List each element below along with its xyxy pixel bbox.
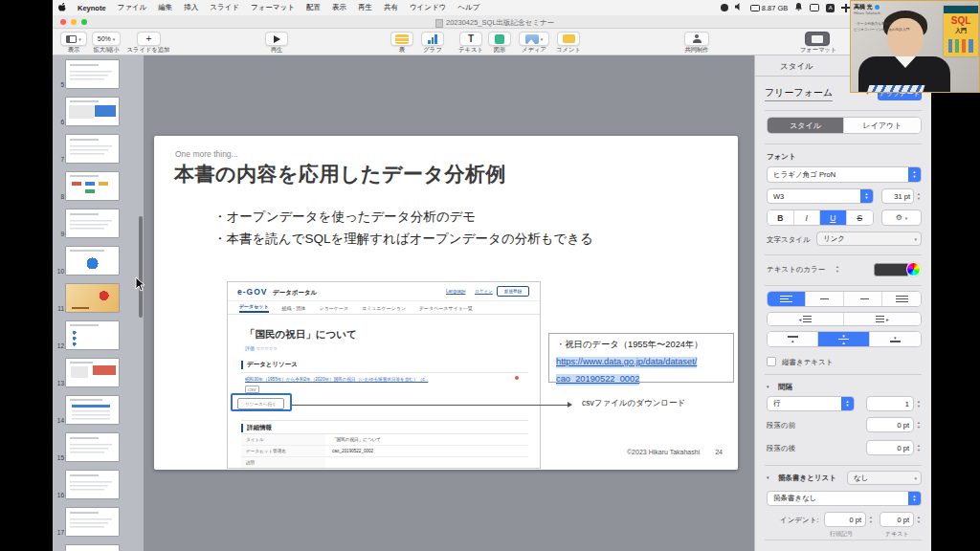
slide-thumbnail[interactable]: 6: [65, 97, 120, 126]
insert-media-button[interactable]: ▾: [519, 32, 549, 46]
tab-style[interactable]: スタイル: [780, 61, 813, 73]
stepper-icon[interactable]: [915, 188, 923, 204]
slide-thumbnail[interactable]: 10: [65, 246, 120, 276]
stepper-icon[interactable]: [860, 189, 873, 203]
app-status-icon[interactable]: [721, 4, 728, 11]
menu-item-share[interactable]: 共有: [384, 3, 398, 12]
align-bottom-button[interactable]: ▾: [870, 332, 921, 346]
italic-button[interactable]: I: [794, 210, 821, 225]
vertical-text-checkbox[interactable]: [767, 357, 776, 366]
advanced-options-button[interactable]: ⚙ ▾: [881, 209, 922, 226]
view-button[interactable]: ▾: [60, 32, 87, 46]
segment-layout[interactable]: レイアウト: [844, 118, 921, 133]
font-weight-dropdown[interactable]: W3: [767, 188, 874, 204]
line-spacing-dropdown[interactable]: 行: [767, 396, 855, 411]
slide-thumbnail[interactable]: 8: [65, 171, 120, 201]
align-left-button[interactable]: [768, 292, 806, 306]
menu-item-edit[interactable]: 編集: [158, 3, 172, 12]
slide-thumbnail[interactable]: [65, 544, 120, 551]
align-right-button[interactable]: [844, 292, 882, 306]
align-justify-button[interactable]: [882, 292, 921, 306]
decrease-indent-button[interactable]: ◂: [768, 313, 844, 325]
input-source-icon[interactable]: A: [826, 4, 835, 12]
insert-text-button[interactable]: T: [459, 32, 482, 46]
align-middle-button[interactable]: ▾▴: [818, 332, 869, 346]
disclosure-triangle-icon[interactable]: ▾: [767, 474, 769, 480]
stepper-icon[interactable]: [834, 262, 841, 276]
zoom-level-button[interactable]: 50%▾: [92, 32, 121, 46]
menu-item-play[interactable]: 再生: [358, 3, 372, 12]
slide-thumbnail[interactable]: 7: [65, 134, 120, 164]
menu-item-arrange[interactable]: 配置: [306, 3, 321, 12]
display-icon[interactable]: [810, 4, 819, 11]
dataset-url-line2[interactable]: cao_20190522_0002: [556, 374, 639, 386]
color-swatch[interactable]: [874, 263, 908, 276]
underline-button[interactable]: U: [820, 210, 847, 225]
dataset-url-line1[interactable]: https://www.data.go.jp/data/dataset/: [556, 357, 697, 368]
stepper-icon[interactable]: [915, 417, 923, 432]
minimize-window-button[interactable]: [71, 19, 77, 25]
menu-item-window[interactable]: ウインドウ: [410, 3, 446, 12]
indent-text-field[interactable]: 0 pt: [880, 512, 914, 527]
add-slide-button[interactable]: +: [137, 32, 161, 46]
menu-item-app[interactable]: Keynote: [78, 4, 106, 12]
menu-item-view[interactable]: 表示: [332, 3, 346, 12]
char-style-dropdown[interactable]: リンク ▾: [816, 231, 922, 246]
holiday-data-note[interactable]: ・祝日のデータ（1955年〜2024年） https://www.data.go…: [548, 333, 734, 383]
navigator-scrollbar[interactable]: [139, 216, 143, 318]
bold-button[interactable]: B: [768, 210, 794, 225]
disclosure-triangle-icon[interactable]: ▾: [767, 384, 769, 389]
stepper-icon[interactable]: [915, 440, 923, 455]
para-after-field[interactable]: 0 pt: [866, 440, 914, 455]
bullet-style-dropdown[interactable]: 箇条書きなし: [767, 491, 922, 506]
align-center-button[interactable]: [806, 292, 844, 306]
segment-style[interactable]: スタイル: [768, 118, 844, 133]
slide-thumbnail[interactable]: 9: [65, 209, 120, 238]
increase-indent-button[interactable]: ▸: [844, 313, 921, 325]
paragraph-style-preset[interactable]: フリーフォーム: [765, 86, 833, 101]
line-spacing-value-field[interactable]: 1: [866, 396, 914, 411]
insert-chart-button[interactable]: [421, 32, 444, 46]
menu-item-help[interactable]: ヘルプ: [457, 3, 479, 12]
para-before-field[interactable]: 0 pt: [866, 417, 914, 432]
notification-bell-icon[interactable]: [794, 3, 803, 13]
stepper-icon[interactable]: [908, 167, 921, 182]
indent-bullet-field[interactable]: 0 pt: [824, 512, 866, 527]
slide-thumbnail[interactable]: 5: [65, 59, 120, 89]
slide-thumbnail[interactable]: 13: [65, 358, 120, 387]
play-button[interactable]: [265, 32, 288, 46]
stepper-icon[interactable]: [908, 492, 921, 505]
stepper-icon[interactable]: [915, 512, 923, 527]
slide-title-text[interactable]: 本書の内容を応用したデータ分析例: [174, 161, 506, 187]
zoom-window-button[interactable]: [81, 19, 87, 25]
stepper-icon[interactable]: [867, 512, 875, 527]
egov-screenshot-image[interactable]: e-GOV データポータル Language ログイン 新規登録 データセット …: [227, 281, 541, 469]
current-slide[interactable]: One more thing... 本書の内容を応用したデータ分析例 ・オープン…: [154, 136, 738, 470]
slide-thumbnail[interactable]: 17: [65, 507, 120, 537]
window-manager-icon[interactable]: [841, 4, 850, 12]
slide-thumbnail[interactable]: 14: [65, 395, 120, 425]
color-wheel-icon[interactable]: [906, 262, 921, 276]
font-family-dropdown[interactable]: ヒラギノ角ゴ ProN: [767, 166, 922, 183]
menu-item-slide[interactable]: スライド: [210, 3, 239, 12]
format-button[interactable]: [805, 32, 830, 46]
align-top-button[interactable]: ▴: [768, 332, 818, 346]
menu-item-insert[interactable]: 挿入: [184, 3, 198, 12]
slide-bullet-2[interactable]: ・本書を読んでSQLを理解すればオープンデータの分析もできる: [213, 231, 593, 248]
close-window-button[interactable]: [60, 19, 66, 25]
menu-item-file[interactable]: ファイル: [118, 3, 147, 12]
audio-output-icon[interactable]: [735, 3, 744, 12]
insert-shape-button[interactable]: [488, 32, 511, 46]
slide-thumbnail[interactable]: 12: [65, 320, 120, 350]
memory-status[interactable]: 8.87 GB: [750, 4, 789, 12]
menu-item-format[interactable]: フォーマット: [251, 3, 295, 12]
slide-thumbnail[interactable]: 16: [65, 470, 120, 499]
slide-kicker-text[interactable]: One more thing...: [175, 149, 238, 159]
stepper-icon[interactable]: [915, 396, 923, 411]
apple-menu-icon[interactable]: [58, 3, 66, 13]
bullets-dropdown[interactable]: なし ▾: [847, 471, 922, 485]
strikethrough-button[interactable]: S: [847, 210, 874, 225]
slide-thumbnail[interactable]: 15: [65, 432, 120, 462]
collaborate-button[interactable]: [684, 32, 709, 46]
arrow-label[interactable]: csvファイルのダウンロード: [582, 398, 685, 409]
